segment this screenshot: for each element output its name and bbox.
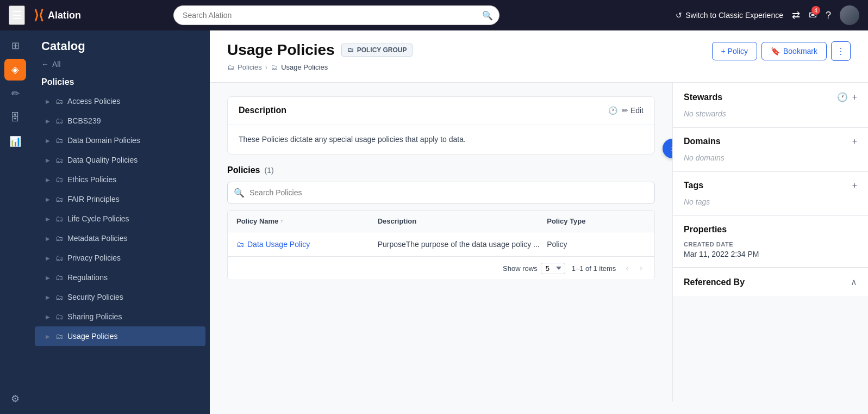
chart-button[interactable]: 📊 [4, 131, 26, 152]
policy-group-icon: 🗂 [55, 234, 63, 243]
sidebar-item-data-domain-policies[interactable]: ▶ 🗂 Data Domain Policies [35, 131, 205, 150]
policy-name-link[interactable]: 🗂 Data Usage Policy [236, 240, 378, 249]
policy-group-label: POLICY GROUP [357, 46, 407, 54]
notifications-button[interactable]: ✉ 4 [809, 9, 817, 21]
user-avatar[interactable] [840, 5, 859, 25]
sidebar-item-access-policies[interactable]: ▶ 🗂 Access Policies [35, 91, 205, 111]
breadcrumb-parent-link[interactable]: Policies [238, 63, 262, 71]
next-page-button[interactable]: › [636, 262, 646, 274]
sidebar-item-regulations[interactable]: ▶ 🗂 Regulations [35, 268, 205, 287]
table-pagination: Show rows 5 10 25 50 1–1 of 1 items [228, 256, 654, 280]
referenced-by-title: Referenced By [684, 277, 745, 287]
right-panel: Stewards 🕐 + No stewards Domains + No do [672, 83, 868, 401]
search-input[interactable] [173, 5, 499, 25]
policy-group-icon: 🗂 [55, 332, 63, 341]
domains-header: Domains + [684, 137, 857, 146]
tags-section: Tags + No tags [673, 172, 868, 216]
sidebar-item-bcbs239[interactable]: ▶ 🗂 BCBS239 [35, 111, 205, 131]
sidebar-items-list: ▶ 🗂 Access Policies ▶ 🗂 BCBS239 ▶ 🗂 Data… [30, 91, 210, 346]
tags-title: Tags [684, 181, 703, 190]
policy-group-icon: 🗂 [55, 175, 63, 184]
add-policy-button[interactable]: + Policy [712, 42, 757, 60]
breadcrumb-separator: › [265, 63, 267, 71]
domains-empty: No domains [684, 153, 725, 162]
switch-classic-button[interactable]: ↺ Switch to Classic Experience [676, 11, 783, 20]
stewards-history-button[interactable]: 🕐 [837, 92, 848, 102]
sidebar-item-label: Usage Policies [67, 332, 118, 341]
breadcrumb: 🗂 Policies › 🗂 Usage Policies [227, 63, 413, 71]
sidebar-item-privacy-policies[interactable]: ▶ 🗂 Privacy Policies [35, 248, 205, 268]
sidebar: Catalog ← All Policies ▶ 🗂 Access Polici… [30, 30, 210, 414]
sidebar-item-label: Regulations [67, 273, 108, 282]
domains-title: Domains [684, 137, 721, 146]
col-policy-type: Policy Type [547, 217, 646, 225]
tags-add-button[interactable]: + [852, 181, 857, 190]
chevron-right-icon: ▶ [46, 294, 50, 300]
policies-section: Policies (1) 🔍 Policy Name ↑ [227, 165, 655, 280]
catalog-button[interactable]: ◈ [4, 59, 26, 81]
hamburger-menu-button[interactable]: ☰ [9, 5, 25, 25]
collapse-panel-button[interactable]: › [663, 139, 672, 158]
prev-page-button[interactable]: ‹ [622, 262, 632, 274]
pagination-range: 1–1 of 1 items [572, 264, 616, 273]
created-date-value: Mar 11, 2022 2:34 PM [684, 250, 857, 258]
referenced-by-collapse-button[interactable]: ∧ [851, 277, 857, 287]
chevron-right-icon: ▶ [46, 333, 50, 339]
bookmark-icon: 🔖 [771, 47, 780, 55]
policy-group-icon: 🗂 [55, 97, 63, 106]
policy-group-icon: 🗂 [55, 293, 63, 301]
sort-icon[interactable]: ↑ [280, 218, 283, 224]
sidebar-back-button[interactable]: ← All [30, 58, 210, 75]
stewards-empty: No stewards [684, 109, 726, 118]
show-rows-label: Show rows [503, 264, 538, 273]
sidebar-item-data-quality-policies[interactable]: ▶ 🗂 Data Quality Policies [35, 150, 205, 170]
description-header: Description 🕐 ✏ Edit [228, 97, 654, 125]
sidebar-item-sharing-policies[interactable]: ▶ 🗂 Sharing Policies [35, 307, 205, 326]
settings-button[interactable]: ⚙ [4, 388, 26, 410]
chevron-right-icon: ▶ [46, 98, 50, 104]
compose-button[interactable]: ✏ [4, 83, 26, 104]
help-button[interactable]: ? [826, 10, 831, 21]
icon-bar: ⊞ ◈ ✏ 🗄 📊 ⚙ [0, 30, 30, 414]
bookmark-button[interactable]: 🔖 Bookmark [761, 42, 827, 60]
content-header: Usage Policies 🗂 POLICY GROUP 🗂 Policies… [210, 30, 868, 83]
chevron-right-icon: ▶ [46, 138, 50, 144]
header-actions: + Policy 🔖 Bookmark ⋮ [712, 41, 851, 61]
database-button[interactable]: 🗄 [4, 107, 26, 128]
sidebar-item-security-policies[interactable]: ▶ 🗂 Security Policies [35, 287, 205, 307]
history-icon[interactable]: 🕐 [608, 106, 617, 115]
connections-button[interactable]: ⇄ [792, 9, 800, 21]
policies-search-input[interactable] [227, 182, 655, 203]
app-logo: ⟩⟨ Alation [34, 8, 81, 23]
policy-group-icon: 🗂 [347, 46, 354, 54]
more-options-button[interactable]: ⋮ [831, 41, 851, 61]
chevron-right-icon: ▶ [46, 196, 50, 202]
sidebar-item-metadata-policies[interactable]: ▶ 🗂 Metadata Policies [35, 228, 205, 248]
tags-header: Tags + [684, 181, 857, 190]
sidebar-item-label: Ethics Policies [67, 175, 116, 184]
description-title: Description [239, 106, 286, 115]
breadcrumb-current: Usage Policies [281, 63, 328, 71]
page-title: Usage Policies [227, 41, 335, 59]
sidebar-item-ethics-policies[interactable]: ▶ 🗂 Ethics Policies [35, 170, 205, 189]
search-icon: 🔍 [482, 10, 493, 21]
main-panel: › Description 🕐 ✏ Edit These Polic [210, 83, 672, 401]
edit-description-button[interactable]: ✏ Edit [622, 106, 644, 115]
breadcrumb-current-icon: 🗂 [271, 63, 278, 71]
sidebar-item-usage-policies[interactable]: ▶ 🗂 Usage Policies [35, 326, 205, 346]
sidebar-item-fair-principles[interactable]: ▶ 🗂 FAIR Principles [35, 189, 205, 209]
description-actions: 🕐 ✏ Edit [608, 106, 644, 115]
home-button[interactable]: ⊞ [4, 35, 26, 57]
table-body: 🗂 Data Usage Policy PurposeThe purpose o… [228, 232, 654, 256]
description-content: These Policies dictate any special usage… [228, 125, 654, 154]
switch-classic-label: Switch to Classic Experience [685, 11, 783, 20]
description-section: Description 🕐 ✏ Edit These Policies dict… [227, 96, 655, 155]
sidebar-item-label: Privacy Policies [67, 254, 121, 262]
sidebar-item-life-cycle-policies[interactable]: ▶ 🗂 Life Cycle Policies [35, 209, 205, 228]
stewards-add-button[interactable]: + [852, 92, 857, 102]
properties-title: Properties [684, 225, 727, 234]
sidebar-item-label: Sharing Policies [67, 312, 122, 321]
domains-add-button[interactable]: + [852, 137, 857, 146]
chevron-right-icon: ▶ [46, 275, 50, 281]
rows-per-page-select[interactable]: 5 10 25 50 [541, 263, 565, 274]
